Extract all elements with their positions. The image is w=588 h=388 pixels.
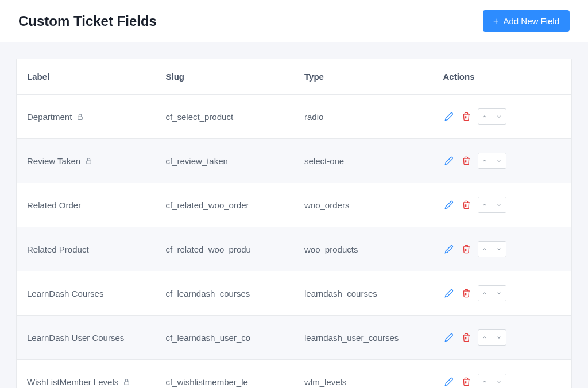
page-title: Custom Ticket Fields — [18, 13, 157, 29]
reorder-group — [478, 374, 506, 388]
add-new-field-button[interactable]: + Add New Field — [483, 10, 570, 32]
move-up-button[interactable] — [478, 109, 492, 124]
svg-rect-1 — [87, 160, 91, 163]
move-down-button[interactable] — [492, 242, 506, 257]
move-down-button[interactable] — [492, 109, 506, 124]
delete-button[interactable] — [461, 288, 472, 299]
field-type: woo_products — [294, 227, 433, 271]
move-up-button[interactable] — [478, 242, 492, 257]
edit-button[interactable] — [443, 243, 455, 255]
edit-button[interactable] — [443, 376, 455, 387]
table-row: WishListMember Levelscf_wishlistmember_l… — [17, 360, 571, 389]
field-type: radio — [294, 95, 433, 139]
move-up-button[interactable] — [478, 197, 492, 212]
reorder-group — [478, 153, 506, 169]
edit-button[interactable] — [443, 332, 455, 343]
reorder-group — [478, 108, 506, 125]
field-type: select-one — [294, 139, 433, 183]
add-new-field-label: Add New Field — [503, 16, 559, 26]
field-slug: cf_select_product — [156, 95, 295, 139]
field-label: Review Taken — [27, 156, 80, 166]
field-type: learndash_courses — [294, 271, 433, 316]
delete-button[interactable] — [461, 155, 472, 166]
move-up-button[interactable] — [478, 374, 492, 388]
move-down-button[interactable] — [492, 286, 506, 301]
field-label: LearnDash User Courses — [27, 333, 124, 343]
delete-button[interactable] — [461, 243, 472, 255]
column-header-slug: Slug — [156, 59, 295, 95]
table-row: LearnDash Coursescf_learndash_courseslea… — [17, 271, 571, 316]
field-label: Related Product — [27, 245, 89, 254]
delete-button[interactable] — [461, 111, 472, 122]
table-row: Related Productcf_related_woo_produwoo_p… — [17, 227, 571, 271]
move-up-button[interactable] — [478, 330, 492, 345]
move-down-button[interactable] — [492, 197, 506, 212]
reorder-group — [478, 285, 506, 301]
table-header-row: Label Slug Type Actions — [17, 59, 571, 95]
delete-button[interactable] — [461, 376, 472, 387]
svg-rect-0 — [78, 116, 83, 119]
field-slug: cf_review_taken — [156, 139, 295, 183]
lock-icon — [85, 157, 92, 165]
delete-button[interactable] — [461, 199, 472, 211]
move-down-button[interactable] — [492, 153, 506, 168]
field-type: wlm_levels — [294, 360, 433, 389]
fields-table: Label Slug Type Actions Departmentcf_sel… — [16, 59, 572, 388]
field-label: Related Order — [27, 200, 81, 210]
field-type: woo_orders — [294, 183, 433, 227]
lock-icon — [123, 378, 130, 386]
table-row: Related Ordercf_related_woo_orderwoo_ord… — [17, 183, 571, 227]
plus-icon: + — [493, 17, 498, 26]
page-header: Custom Ticket Fields + Add New Field — [0, 0, 588, 42]
reorder-group — [478, 197, 506, 213]
svg-rect-2 — [125, 381, 129, 384]
delete-button[interactable] — [461, 332, 472, 343]
edit-button[interactable] — [443, 288, 455, 299]
table-row: Review Takencf_review_takenselect-one — [17, 139, 571, 183]
reorder-group — [478, 241, 506, 257]
field-slug: cf_wishlistmember_le — [156, 360, 295, 389]
move-up-button[interactable] — [478, 286, 492, 301]
field-slug: cf_learndash_courses — [156, 271, 295, 316]
move-down-button[interactable] — [492, 374, 506, 388]
lock-icon — [76, 113, 84, 121]
column-header-type: Type — [294, 59, 433, 95]
field-label: LearnDash Courses — [27, 289, 103, 298]
edit-button[interactable] — [443, 199, 455, 211]
field-label: Department — [27, 112, 72, 122]
field-slug: cf_related_woo_order — [156, 183, 295, 227]
column-header-actions: Actions — [433, 59, 572, 95]
field-slug: cf_related_woo_produ — [156, 227, 295, 271]
field-label: WishListMember Levels — [27, 377, 118, 387]
field-slug: cf_learndash_user_co — [156, 316, 295, 360]
table-row: Departmentcf_select_productradio — [17, 95, 571, 139]
reorder-group — [478, 329, 506, 346]
move-down-button[interactable] — [492, 330, 506, 345]
edit-button[interactable] — [443, 155, 455, 166]
column-header-label: Label — [17, 59, 156, 95]
edit-button[interactable] — [443, 111, 455, 122]
table-row: LearnDash User Coursescf_learndash_user_… — [17, 316, 571, 360]
field-type: learndash_user_courses — [294, 316, 433, 360]
move-up-button[interactable] — [478, 153, 492, 168]
